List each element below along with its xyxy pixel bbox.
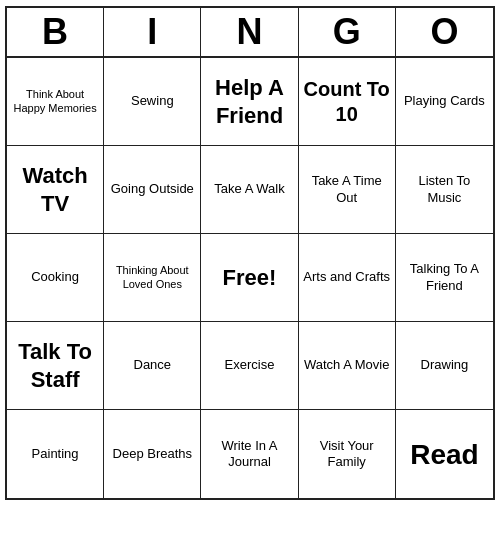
bingo-cell-4: Playing Cards <box>396 58 493 146</box>
bingo-cell-8: Take A Time Out <box>299 146 396 234</box>
bingo-cell-12: Free! <box>201 234 298 322</box>
bingo-cell-5: Watch TV <box>7 146 104 234</box>
bingo-cell-21: Deep Breaths <box>104 410 201 498</box>
bingo-cell-16: Dance <box>104 322 201 410</box>
bingo-cell-0: Think About Happy Memories <box>7 58 104 146</box>
bingo-cell-23: Visit Your Family <box>299 410 396 498</box>
bingo-cell-17: Exercise <box>201 322 298 410</box>
bingo-cell-18: Watch A Movie <box>299 322 396 410</box>
bingo-cell-1: Sewing <box>104 58 201 146</box>
bingo-cell-14: Talking To A Friend <box>396 234 493 322</box>
bingo-letter-n: N <box>201 8 298 56</box>
bingo-cell-20: Painting <box>7 410 104 498</box>
bingo-letter-b: B <box>7 8 104 56</box>
bingo-cell-3: Count To 10 <box>299 58 396 146</box>
bingo-grid: Think About Happy MemoriesSewingHelp A F… <box>7 58 493 498</box>
bingo-letter-i: I <box>104 8 201 56</box>
bingo-cell-2: Help A Friend <box>201 58 298 146</box>
bingo-cell-22: Write In A Journal <box>201 410 298 498</box>
bingo-letter-g: G <box>299 8 396 56</box>
bingo-cell-9: Listen To Music <box>396 146 493 234</box>
bingo-card: BINGO Think About Happy MemoriesSewingHe… <box>5 6 495 500</box>
bingo-header: BINGO <box>7 8 493 58</box>
bingo-cell-15: Talk To Staff <box>7 322 104 410</box>
bingo-cell-7: Take A Walk <box>201 146 298 234</box>
bingo-cell-6: Going Outside <box>104 146 201 234</box>
bingo-cell-19: Drawing <box>396 322 493 410</box>
bingo-cell-10: Cooking <box>7 234 104 322</box>
bingo-cell-24: Read <box>396 410 493 498</box>
bingo-cell-13: Arts and Crafts <box>299 234 396 322</box>
bingo-letter-o: O <box>396 8 493 56</box>
bingo-cell-11: Thinking About Loved Ones <box>104 234 201 322</box>
